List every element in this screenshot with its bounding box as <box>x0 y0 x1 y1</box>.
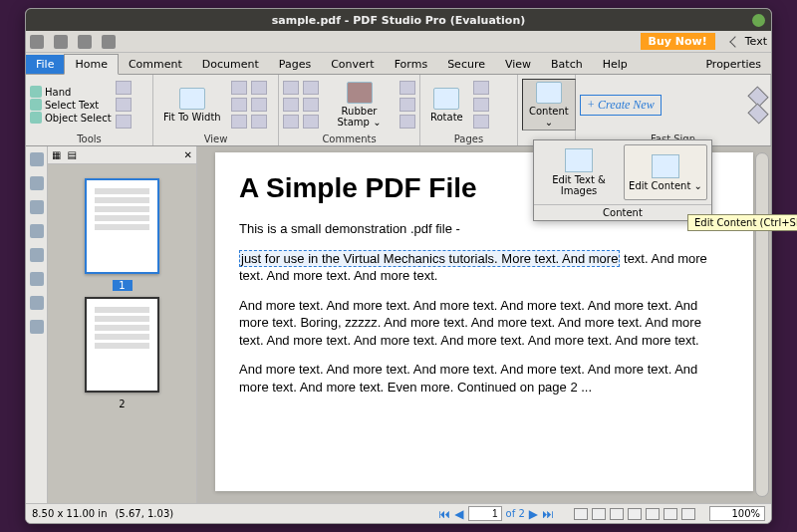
hand-icon <box>30 86 42 98</box>
loupe-icon[interactable] <box>116 115 132 129</box>
zoom-out-icon[interactable] <box>664 508 677 520</box>
zoom-icon[interactable] <box>231 115 247 129</box>
buy-now-button[interactable]: Buy Now! <box>641 33 715 50</box>
sound-icon[interactable] <box>399 98 415 112</box>
print-icon[interactable] <box>78 35 92 49</box>
page-number-input[interactable] <box>468 506 502 521</box>
doc-para-selected[interactable]: just for use in the Virtual Mechanics tu… <box>239 250 729 285</box>
single-page-icon[interactable] <box>574 508 588 520</box>
search-icon[interactable] <box>116 98 132 112</box>
edit-text-images-button[interactable]: Edit Text & Images <box>538 144 620 200</box>
tab-properties[interactable]: Properties <box>695 55 771 74</box>
first-page-icon[interactable]: ⏮ <box>438 507 450 521</box>
hand-tool[interactable]: Hand <box>30 86 112 98</box>
tab-view[interactable]: View <box>495 55 541 74</box>
split-icon[interactable] <box>251 115 267 129</box>
strike-icon[interactable] <box>283 115 299 129</box>
save-icon[interactable] <box>54 35 68 49</box>
select-text-tool[interactable]: Select Text <box>30 99 112 111</box>
tab-forms[interactable]: Forms <box>385 55 437 74</box>
tab-document[interactable]: Document <box>192 55 269 74</box>
object-select-icon <box>30 112 42 124</box>
rotate-ccw-icon[interactable] <box>251 98 267 112</box>
tab-comment[interactable]: Comment <box>119 55 192 74</box>
prev-page-icon[interactable]: ◀ <box>454 507 463 521</box>
context-tab-label: Text <box>745 35 767 48</box>
tab-file[interactable]: File <box>26 55 64 74</box>
fit-page-icon[interactable] <box>231 98 247 112</box>
left-sidebar <box>26 146 48 503</box>
fit-width-button[interactable]: Fit To Width <box>157 86 227 125</box>
statusbar: 8.50 x 11.00 in (5.67, 1.03) ⏮ ◀ of 2 ▶ … <box>26 503 771 523</box>
email-icon[interactable] <box>102 35 116 49</box>
close-panel-icon[interactable]: ✕ <box>184 149 192 160</box>
tab-pages[interactable]: Pages <box>269 55 321 74</box>
group-pages: Rotate Pages <box>420 75 518 145</box>
tab-help[interactable]: Help <box>593 55 638 74</box>
destinations-icon[interactable] <box>30 320 44 334</box>
thumb-opt-icon[interactable]: ▦ <box>52 149 61 160</box>
tab-convert[interactable]: Convert <box>321 55 385 74</box>
view-mode-controls <box>574 508 695 520</box>
extract-icon[interactable] <box>473 81 489 95</box>
rotate-pages-button[interactable]: Rotate <box>424 86 469 125</box>
selected-text[interactable]: just for use in the Virtual Mechanics tu… <box>239 250 620 267</box>
thumbnail-page-2[interactable] <box>85 297 159 393</box>
circle-icon[interactable] <box>303 98 319 112</box>
measure-icon[interactable] <box>399 115 415 129</box>
create-new-signature[interactable]: + Create New <box>580 95 662 116</box>
tab-batch[interactable]: Batch <box>541 55 593 74</box>
chevron-left-icon[interactable] <box>729 36 740 47</box>
pages-panel-icon[interactable] <box>30 152 44 166</box>
next-page-icon[interactable]: ▶ <box>529 507 538 521</box>
close-icon[interactable] <box>752 14 765 27</box>
tab-secure[interactable]: Secure <box>437 55 495 74</box>
bookmarks-icon[interactable] <box>30 176 44 190</box>
content-icon <box>536 82 562 104</box>
attachments-icon[interactable] <box>30 248 44 262</box>
insert-icon[interactable] <box>473 98 489 112</box>
stamp-icon <box>347 82 373 104</box>
window-title: sample.pdf - PDF Studio Pro (Evaluation) <box>272 14 526 27</box>
last-page-icon[interactable]: ⏭ <box>542 507 554 521</box>
continuous-icon[interactable] <box>592 508 606 520</box>
cursor-coords: (5.67, 1.03) <box>115 508 173 519</box>
cover-icon[interactable] <box>646 508 660 520</box>
ribbon: Hand Select Text Object Select Tools Fit… <box>26 75 771 146</box>
object-select-tool[interactable]: Object Select <box>30 112 112 124</box>
thumbnail-header: ▦ ▤ ✕ <box>48 146 196 164</box>
zoom-in-icon[interactable] <box>681 508 695 520</box>
delete-page-icon[interactable] <box>473 115 489 129</box>
highlight-icon[interactable] <box>283 98 299 112</box>
tooltip: Edit Content (Ctrl+Shift+E) <box>687 214 797 231</box>
rubber-stamp-button[interactable]: Rubber Stamp ⌄ <box>323 80 396 130</box>
thumbnail-list[interactable]: 1 2 <box>48 164 196 503</box>
rotate-cw-icon[interactable] <box>251 81 267 95</box>
tools-column: Hand Select Text Object Select <box>30 86 112 124</box>
thumb-opt2-icon[interactable]: ▤ <box>67 149 76 160</box>
group-tools: Hand Select Text Object Select Tools <box>26 75 153 145</box>
open-icon[interactable] <box>30 35 44 49</box>
zoom-level[interactable]: 100% <box>709 506 765 521</box>
facing-continuous-icon[interactable] <box>628 508 642 520</box>
line-icon[interactable] <box>303 115 319 129</box>
facing-icon[interactable] <box>610 508 624 520</box>
tags-icon[interactable] <box>30 296 44 310</box>
layers-icon[interactable] <box>30 224 44 238</box>
shape-icon[interactable] <box>303 81 319 95</box>
chevron-down-icon[interactable] <box>747 103 768 124</box>
vertical-scrollbar[interactable] <box>755 152 769 497</box>
page-dimensions: 8.50 x 11.00 in <box>32 508 107 519</box>
edit-content-button[interactable]: Edit Content ⌄ <box>624 144 707 200</box>
qat-right: Text <box>731 35 767 48</box>
signatures-icon[interactable] <box>30 200 44 214</box>
text-annot-icon[interactable] <box>283 81 299 95</box>
snapshot-icon[interactable] <box>116 81 132 95</box>
tab-home[interactable]: Home <box>64 54 118 75</box>
attach-icon[interactable] <box>399 81 415 95</box>
content-dropdown-button[interactable]: Content ⌄ <box>522 79 576 131</box>
thumbnail-page-1[interactable] <box>85 178 159 274</box>
actual-size-icon[interactable] <box>231 81 247 95</box>
app-window: sample.pdf - PDF Studio Pro (Evaluation)… <box>25 8 772 524</box>
comments-panel-icon[interactable] <box>30 272 44 286</box>
